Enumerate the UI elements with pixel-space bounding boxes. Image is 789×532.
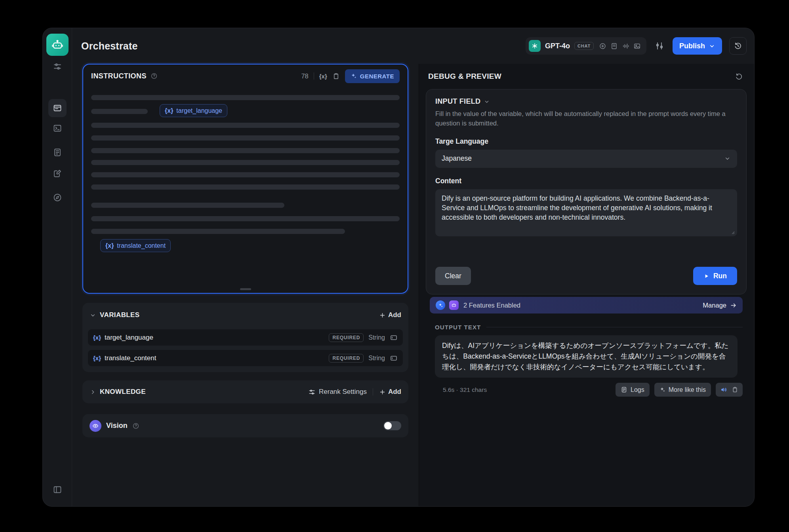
eye-icon: [90, 420, 101, 432]
content-textarea[interactable]: Dify is an open-source platform for buil…: [435, 189, 737, 236]
text-to-speech-button[interactable]: [720, 386, 728, 393]
content-textarea-value: Dify is an open-source platform for buil…: [442, 194, 712, 221]
sidebar-item-api[interactable]: [52, 123, 63, 133]
clear-button[interactable]: Clear: [435, 267, 471, 285]
rerank-settings-button[interactable]: Rerank Settings: [308, 388, 367, 396]
help-icon[interactable]: [151, 72, 158, 80]
sparkles-icon: [659, 387, 665, 393]
page-title: Orchestrate: [81, 40, 138, 52]
chevron-right-icon[interactable]: [90, 389, 96, 395]
model-selector[interactable]: GPT-4o CHAT: [526, 37, 646, 55]
feature-robot-icon: [449, 300, 459, 310]
input-field-description: Fill in the value of the variable, which…: [435, 109, 737, 128]
variable-name: target_language: [105, 334, 153, 342]
input-field-card: INPUT FIELD Fill in the value of the var…: [426, 89, 747, 294]
resize-drag-handle[interactable]: [240, 288, 251, 290]
app-header: Orchestrate GPT-4o CHAT: [72, 28, 754, 64]
logs-button[interactable]: Logs: [616, 383, 650, 397]
tool-capability-icon: [599, 42, 606, 50]
publish-label: Publish: [679, 42, 705, 50]
skeleton-line: [91, 95, 400, 100]
insert-variable-button[interactable]: {x}: [319, 73, 327, 80]
sidebar: [43, 28, 72, 506]
divider: [486, 327, 743, 327]
skeleton-line: [91, 184, 400, 190]
chevron-down-icon[interactable]: [90, 312, 96, 319]
variable-type: String: [368, 355, 385, 362]
output-text-panel: Difyは、AIアプリケーションを構築するためのオープンソースプラットフォームで…: [435, 335, 738, 378]
content-field-label: Content: [435, 177, 737, 185]
add-knowledge-button[interactable]: Add: [379, 388, 401, 396]
variable-chip-label: target_language: [176, 107, 222, 114]
variable-settings-icon[interactable]: [390, 354, 398, 362]
collapse-panel-icon: [53, 485, 62, 494]
app-logo[interactable]: [46, 34, 69, 56]
robot-icon: [51, 38, 64, 51]
run-button[interactable]: Run: [693, 267, 737, 285]
sidebar-item-orchestrate[interactable]: [48, 99, 67, 117]
language-select[interactable]: Japanese: [435, 150, 737, 168]
variable-chip-translate-content[interactable]: {x} translate_content: [100, 239, 171, 252]
more-like-this-button[interactable]: More like this: [654, 383, 711, 397]
orchestrate-pane: INSTRUCTIONS 78 {x} GENERATE: [72, 64, 419, 506]
restart-conversation-button[interactable]: [732, 70, 745, 83]
sidebar-item-tune[interactable]: [52, 61, 63, 72]
version-history-button[interactable]: [729, 37, 747, 55]
vision-label: Vision: [106, 422, 128, 430]
skeleton-line: [91, 148, 400, 153]
sidebar-item-monitoring[interactable]: [52, 192, 63, 203]
skeleton-line: [91, 135, 400, 141]
variable-brackets-icon: {x}: [105, 242, 114, 249]
output-text-label: OUTPUT TEXT: [435, 324, 481, 331]
add-label: Add: [388, 388, 401, 396]
prompt-window-icon: [53, 103, 62, 113]
add-variable-button[interactable]: Add: [379, 311, 401, 319]
variable-chip-target-language[interactable]: {x} target_language: [160, 104, 227, 117]
output-text: Difyは、AIアプリケーションを構築するためのオープンソースプラットフォームで…: [442, 342, 729, 371]
input-field-title: INPUT FIELD: [435, 97, 480, 106]
arrow-right-icon: [730, 302, 737, 309]
document-capability-icon: [610, 42, 618, 50]
required-badge: REQUIRED: [329, 333, 364, 342]
manage-features-button[interactable]: Manage: [703, 302, 737, 309]
add-label: Add: [388, 311, 401, 319]
copy-prompt-button[interactable]: [332, 72, 340, 80]
variable-row[interactable]: {x} target_language REQUIRED String: [88, 329, 403, 346]
sidebar-collapse-button[interactable]: [52, 484, 63, 495]
run-label: Run: [713, 272, 727, 280]
resize-corner-icon[interactable]: [730, 230, 735, 235]
vision-capability-icon: [633, 42, 641, 50]
skeleton-line: [91, 123, 400, 128]
skeleton-line: [91, 109, 148, 114]
sidebar-item-logs[interactable]: [52, 147, 63, 158]
model-capabilities: [599, 42, 641, 50]
skeleton-line: [91, 216, 400, 221]
skeleton-line: [91, 172, 400, 177]
variable-settings-icon[interactable]: [390, 334, 398, 342]
sidebar-item-annotation[interactable]: [52, 168, 63, 179]
variable-row[interactable]: {x} translate_content REQUIRED String: [88, 350, 403, 366]
divider: [314, 72, 314, 80]
instructions-editor[interactable]: INSTRUCTIONS 78 {x} GENERATE: [82, 64, 408, 294]
vision-toggle[interactable]: [383, 421, 401, 430]
plus-icon: [379, 389, 386, 395]
chevron-down-icon: [724, 155, 731, 162]
logs-icon: [621, 386, 627, 393]
sparkles-icon: [351, 73, 357, 79]
generate-button[interactable]: GENERATE: [345, 69, 400, 83]
language-select-value: Japanese: [442, 154, 472, 163]
output-audio-actions: [716, 383, 743, 397]
chevron-down-icon[interactable]: [484, 99, 490, 105]
more-like-this-label: More like this: [669, 386, 706, 393]
instructions-title: INSTRUCTIONS: [91, 72, 147, 80]
model-parameters-button[interactable]: [654, 40, 665, 52]
compass-icon: [53, 193, 62, 202]
publish-button[interactable]: Publish: [673, 37, 722, 55]
play-icon: [703, 273, 709, 279]
terminal-icon: [53, 124, 62, 133]
output-meta: 5.6s · 321 chars: [443, 386, 487, 393]
help-icon[interactable]: [132, 422, 139, 429]
copy-output-button[interactable]: [732, 386, 738, 393]
variable-type: String: [368, 334, 385, 341]
divider: [373, 388, 373, 395]
